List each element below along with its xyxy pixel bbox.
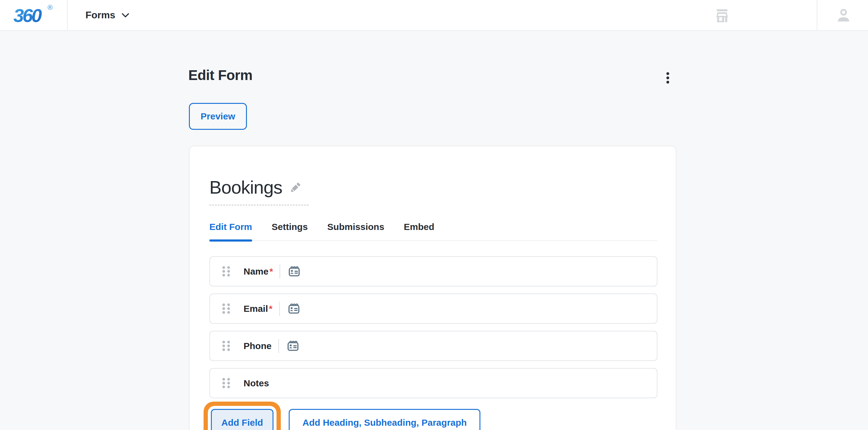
tab-submissions[interactable]: Submissions [327, 222, 384, 240]
contact-card-icon[interactable] [286, 339, 300, 353]
required-asterisk: * [270, 266, 273, 277]
drag-dots-icon [222, 266, 230, 277]
tab-embed[interactable]: Embed [404, 222, 434, 240]
field-label: Phone [244, 341, 272, 351]
logo-360-icon: 360 ® [13, 3, 54, 27]
main-content: Edit Form Preview Bookings Edit FormSett… [0, 31, 868, 430]
field-row-phone[interactable]: Phone [209, 331, 657, 361]
field-row-email[interactable]: Email * [209, 293, 657, 324]
add-field-button[interactable]: Add Field [211, 409, 274, 430]
field-divider [278, 339, 279, 353]
more-options-button[interactable] [663, 70, 673, 87]
user-icon [836, 8, 851, 24]
field-label: Notes [244, 378, 269, 389]
kebab-icon [666, 72, 670, 85]
drag-dots-icon [222, 340, 230, 351]
field-label: Name [244, 266, 269, 277]
chevron-down-icon [121, 13, 129, 18]
field-divider [280, 264, 280, 279]
actions-row: Add Field Add Heading, Subheading, Parag… [211, 409, 480, 430]
drag-handle[interactable] [222, 266, 230, 277]
svg-text:®: ® [48, 4, 53, 11]
field-list: Name * Email * [209, 256, 657, 398]
top-bar: 360 ® Forms [0, 0, 868, 31]
drag-handle[interactable] [222, 303, 230, 314]
edit-title-button[interactable] [289, 181, 302, 194]
forms-menu-label: Forms [86, 9, 115, 21]
form-tabs: Edit FormSettingsSubmissionsEmbed [209, 222, 657, 241]
required-asterisk: * [269, 304, 273, 314]
logo-360[interactable]: 360 ® [0, 0, 68, 30]
storefront-icon [714, 8, 730, 24]
storefront-button[interactable] [714, 0, 730, 31]
drag-dots-icon [222, 377, 230, 389]
drag-handle[interactable] [222, 340, 230, 351]
field-divider [279, 302, 280, 316]
pencil-icon [289, 181, 302, 194]
account-button[interactable] [836, 0, 851, 31]
field-row-name[interactable]: Name * [209, 256, 657, 286]
preview-button[interactable]: Preview [189, 103, 247, 130]
field-label: Email [244, 304, 268, 314]
page-title: Edit Form [188, 67, 252, 83]
add-heading-button[interactable]: Add Heading, Subheading, Paragraph [289, 409, 480, 430]
drag-handle[interactable] [222, 377, 230, 389]
contact-card-icon[interactable] [287, 302, 301, 315]
tab-settings[interactable]: Settings [272, 222, 308, 240]
form-title: Bookings [209, 177, 282, 198]
drag-dots-icon [222, 303, 230, 314]
form-title-block: Bookings [209, 177, 309, 205]
form-card: Bookings Edit FormSettingsSubmissionsEmb… [189, 146, 676, 430]
forms-menu[interactable]: Forms [86, 9, 129, 21]
field-row-notes[interactable]: Notes [209, 368, 657, 398]
svg-text:360: 360 [13, 5, 42, 26]
header-divider [817, 0, 817, 31]
contact-card-icon[interactable] [287, 265, 301, 278]
tab-edit-form[interactable]: Edit Form [209, 222, 252, 240]
